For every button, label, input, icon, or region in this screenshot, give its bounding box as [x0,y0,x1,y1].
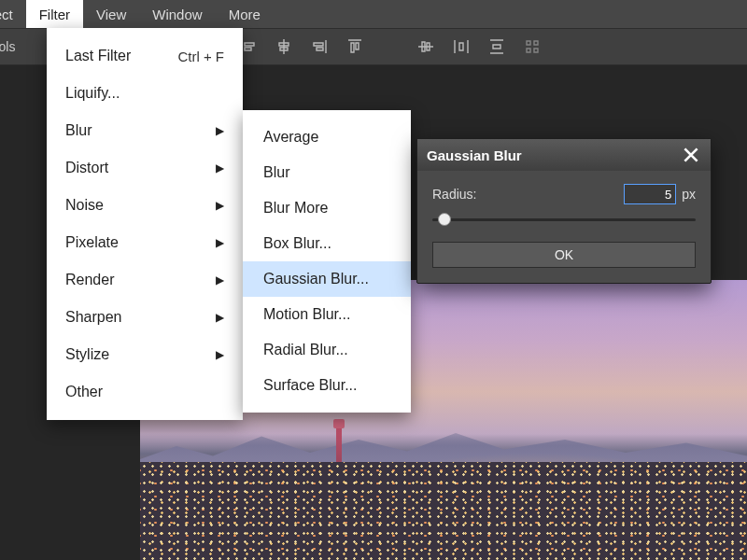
image-city [140,462,747,560]
blur-average[interactable]: Average [243,119,411,155]
radius-unit: px [682,187,696,202]
filter-liquify-label: Liquify... [65,85,120,102]
blur-surface-blur[interactable]: Surface Blur... [243,368,411,403]
app-root: elect Filter View Window More trols [0,0,747,560]
menu-window[interactable]: Window [139,0,215,28]
submenu-item-label: Box Blur... [263,235,331,252]
dialog-title: Gaussian Blur [427,147,522,163]
submenu-arrow-icon: ▶ [216,311,224,324]
submenu-arrow-icon: ▶ [216,348,224,361]
submenu-arrow-icon: ▶ [216,161,224,175]
filter-blur[interactable]: Blur ▶ [47,112,243,149]
radius-slider[interactable] [432,210,696,229]
slider-thumb[interactable] [438,213,451,226]
filter-item-label: Pixelate [65,234,119,251]
filter-distort[interactable]: Distort ▶ [47,149,243,187]
align-top-icon[interactable] [345,37,364,56]
filter-last-filter-shortcut: Ctrl + F [177,49,224,64]
filter-item-label: Noise [65,197,104,214]
controls-label: trols [0,39,24,54]
blur-submenu: Average Blur Blur More Box Blur... Gauss… [243,110,411,413]
filter-dropdown: Last Filter Ctrl + F Liquify... Blur ▶ D… [47,28,243,420]
blur-blur[interactable]: Blur [243,155,411,190]
menubar: elect Filter View Window More [0,0,747,28]
filter-render[interactable]: Render ▶ [47,261,243,299]
radius-row: Radius: px [432,184,696,204]
align-right-icon[interactable] [310,37,329,56]
filter-item-label: Blur [65,122,92,139]
filter-item-label: Sharpen [65,309,122,326]
distribute-h-icon[interactable] [452,37,471,56]
menu-select[interactable]: elect [0,0,26,28]
submenu-arrow-icon: ▶ [216,199,224,212]
dialog-body: Radius: px OK [417,171,711,283]
menu-filter[interactable]: Filter [26,0,83,28]
align-vcenter-icon[interactable] [416,37,435,56]
close-icon[interactable] [681,145,701,165]
dialog-titlebar[interactable]: Gaussian Blur [417,139,711,171]
distribute-spacing-icon[interactable] [523,37,542,56]
submenu-item-label: Blur [263,164,289,181]
slider-track [432,218,696,221]
blur-motion-blur[interactable]: Motion Blur... [243,297,411,332]
menu-more[interactable]: More [216,0,274,28]
submenu-item-label: Average [263,129,318,146]
filter-other[interactable]: Other [47,373,243,411]
filter-item-label: Other [65,384,103,400]
submenu-item-label: Radial Blur... [263,342,348,358]
distribute-v-icon[interactable] [487,37,506,56]
filter-noise[interactable]: Noise ▶ [47,187,243,224]
filter-item-label: Stylize [65,346,109,363]
filter-last-filter-label: Last Filter [65,48,131,64]
filter-stylize[interactable]: Stylize ▶ [47,336,243,373]
align-hcenter-icon[interactable] [275,37,293,56]
blur-radial-blur[interactable]: Radial Blur... [243,332,411,368]
filter-liquify[interactable]: Liquify... [47,75,243,112]
ok-button[interactable]: OK [432,242,696,268]
filter-item-label: Render [65,272,114,288]
radius-input[interactable] [624,184,676,204]
submenu-item-label: Surface Blur... [263,377,358,394]
submenu-arrow-icon: ▶ [216,124,224,137]
filter-item-label: Distort [65,160,108,176]
filter-last-filter[interactable]: Last Filter Ctrl + F [47,37,243,75]
image-city-lights [140,462,747,560]
align-icon-group [239,37,542,56]
submenu-item-label: Blur More [263,200,328,217]
blur-gaussian-blur[interactable]: Gaussian Blur... [243,261,411,297]
blur-box-blur[interactable]: Box Blur... [243,226,411,261]
menu-view[interactable]: View [83,0,139,28]
filter-pixelate[interactable]: Pixelate ▶ [47,224,243,261]
submenu-item-label: Motion Blur... [263,306,350,323]
radius-label: Radius: [432,187,476,202]
gaussian-blur-dialog: Gaussian Blur Radius: px OK [416,138,712,284]
submenu-item-label: Gaussian Blur... [263,271,369,287]
filter-sharpen[interactable]: Sharpen ▶ [47,299,243,336]
blur-blur-more[interactable]: Blur More [243,190,411,226]
submenu-arrow-icon: ▶ [216,236,224,249]
submenu-arrow-icon: ▶ [216,273,224,287]
